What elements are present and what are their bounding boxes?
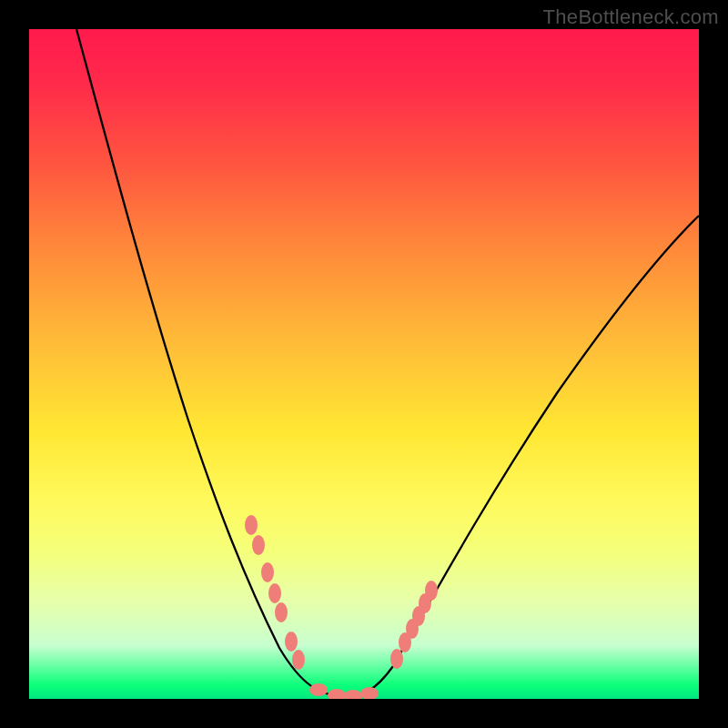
curve-markers [245, 515, 438, 699]
marker-dot [285, 632, 298, 652]
watermark-text: TheBottleneck.com [543, 5, 719, 29]
marker-dot [275, 602, 288, 622]
chart-plot-area [29, 29, 699, 699]
marker-dot [252, 535, 265, 555]
bottleneck-curve-path [76, 29, 699, 696]
marker-dot [292, 650, 305, 670]
marker-dot [425, 581, 438, 601]
marker-dot [261, 562, 274, 582]
marker-dot [390, 649, 403, 669]
marker-dot [328, 689, 346, 699]
marker-dot [245, 515, 258, 535]
bottleneck-curve-svg [29, 29, 699, 699]
marker-dot [360, 687, 379, 699]
marker-dot [268, 583, 281, 603]
marker-dot [309, 683, 328, 696]
marker-dot [344, 690, 362, 699]
